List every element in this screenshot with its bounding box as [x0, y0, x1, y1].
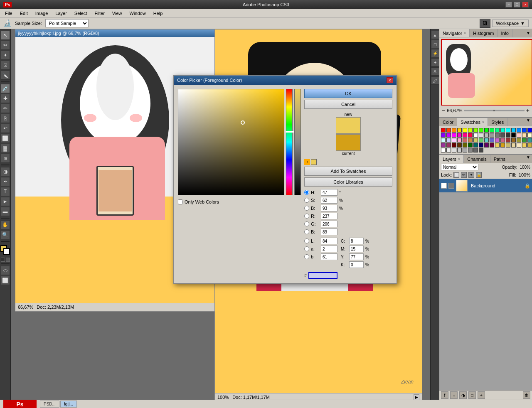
- swatch-73[interactable]: [446, 148, 451, 152]
- swatch-7[interactable]: [479, 128, 483, 133]
- swatch-55[interactable]: [446, 143, 451, 147]
- swatch-52[interactable]: [527, 138, 532, 143]
- swatch-46[interactable]: [495, 138, 500, 143]
- s-input[interactable]: 62: [321, 197, 337, 204]
- tool-magic-wand[interactable]: ✦: [1, 51, 10, 60]
- swatch-57[interactable]: [457, 143, 462, 147]
- r-radio[interactable]: [304, 214, 309, 219]
- g-input[interactable]: 206: [321, 221, 337, 227]
- new-layer-button[interactable]: +: [478, 391, 485, 399]
- only-web-colors-checkbox[interactable]: [178, 199, 183, 204]
- tool-crop[interactable]: ⊡: [1, 61, 10, 70]
- tool-gradient[interactable]: ▓: [1, 144, 10, 153]
- swatch-33[interactable]: [522, 133, 527, 138]
- right-icon-5[interactable]: A: [431, 67, 439, 76]
- swatch-39[interactable]: [457, 138, 462, 143]
- swatch-44[interactable]: [484, 138, 489, 143]
- swatch-25[interactable]: [479, 133, 483, 138]
- tool-lasso[interactable]: ✂: [1, 41, 10, 50]
- swatch-26[interactable]: [484, 133, 489, 138]
- blend-mode-select[interactable]: Normal: [441, 164, 478, 170]
- layer-eye-button[interactable]: ●: [441, 183, 447, 189]
- swatch-77[interactable]: [468, 148, 473, 152]
- swatch-48[interactable]: [506, 138, 510, 143]
- right-icon-4[interactable]: ✦: [431, 58, 439, 66]
- swatch-21[interactable]: [457, 133, 462, 138]
- swatch-18[interactable]: [441, 133, 446, 138]
- swatch-67[interactable]: [511, 143, 516, 147]
- workspace-icon-button[interactable]: 🖼: [480, 19, 490, 28]
- a-radio[interactable]: [304, 246, 309, 251]
- swatch-22[interactable]: [463, 133, 467, 138]
- swatch-1[interactable]: [446, 128, 451, 133]
- ok-button[interactable]: OK: [304, 89, 392, 98]
- swatch-31[interactable]: [511, 133, 516, 138]
- swatch-14[interactable]: [517, 128, 521, 133]
- layer-group-button[interactable]: □: [468, 391, 476, 399]
- h-input[interactable]: 47: [321, 189, 337, 196]
- menu-filter[interactable]: Filter: [91, 10, 108, 17]
- s-radio[interactable]: [304, 198, 309, 203]
- layer-link-button[interactable]: [448, 183, 454, 189]
- menu-edit[interactable]: Edit: [17, 10, 31, 17]
- swatch-13[interactable]: [511, 128, 516, 133]
- tool-dodge[interactable]: ◑: [1, 167, 10, 176]
- tab-channels[interactable]: Channels: [464, 155, 490, 163]
- window-controls[interactable]: − □ ×: [505, 2, 529, 7]
- tool-healing-brush[interactable]: ✚: [1, 94, 10, 103]
- swatch-16[interactable]: [527, 128, 532, 133]
- b3-radio[interactable]: [304, 254, 309, 259]
- swatch-54[interactable]: [441, 143, 446, 147]
- c-input[interactable]: 8: [349, 238, 364, 244]
- tool-history-brush[interactable]: ↶: [1, 124, 10, 133]
- adjustment-layer-button[interactable]: ◑: [459, 391, 467, 399]
- swatch-69[interactable]: [522, 143, 527, 147]
- layers-panel-options[interactable]: ▼: [525, 155, 532, 163]
- swatch-40[interactable]: [463, 138, 467, 143]
- color-gradient-picker[interactable]: [178, 89, 284, 195]
- cancel-button[interactable]: Cancel: [304, 100, 392, 109]
- minimize-button[interactable]: −: [505, 2, 512, 7]
- menu-select[interactable]: Select: [71, 10, 91, 17]
- alpha-slider[interactable]: [294, 89, 301, 195]
- swatch-29[interactable]: [500, 133, 505, 138]
- g-radio[interactable]: [304, 221, 309, 226]
- b3-input[interactable]: 61: [321, 253, 337, 260]
- menu-window[interactable]: Window: [126, 10, 149, 17]
- swatch-50[interactable]: [517, 138, 521, 143]
- zoom-slider[interactable]: [464, 110, 525, 111]
- swatch-42[interactable]: [473, 138, 478, 143]
- lock-transparent-button[interactable]: ⬜: [453, 172, 459, 178]
- swatch-45[interactable]: [490, 138, 494, 143]
- tool-pen[interactable]: ✒: [1, 177, 10, 186]
- hex-input[interactable]: edce59: [308, 272, 337, 279]
- right-icon-2[interactable]: ◻: [431, 40, 439, 48]
- tool-shape[interactable]: ▬: [1, 207, 10, 216]
- tab-swatches[interactable]: Swatches ×: [457, 118, 488, 126]
- swatch-43[interactable]: [479, 138, 483, 143]
- taskbar-doc1[interactable]: PSD...: [40, 401, 59, 408]
- swatch-28[interactable]: [495, 133, 500, 138]
- zoom-in-button[interactable]: +: [526, 107, 530, 114]
- k-input[interactable]: 0: [349, 261, 364, 268]
- right-icon-3[interactable]: ⚡: [431, 49, 439, 57]
- swatch-12[interactable]: [506, 128, 510, 133]
- swatch-15[interactable]: [522, 128, 527, 133]
- background-color[interactable]: [3, 248, 10, 255]
- screen-mode-button[interactable]: ⬜: [1, 276, 10, 285]
- swatch-9[interactable]: [490, 128, 494, 133]
- swatch-30[interactable]: [506, 133, 510, 138]
- tool-eyedropper[interactable]: 💉: [1, 84, 10, 93]
- swatch-79[interactable]: [479, 148, 483, 152]
- swatch-49[interactable]: [511, 138, 516, 143]
- swatch-68[interactable]: [517, 143, 521, 147]
- dialog-title-bar[interactable]: Color Picker (Foreground Color) ×: [174, 76, 397, 85]
- lock-all-button[interactable]: 🔒: [476, 172, 482, 178]
- swatch-23[interactable]: [468, 133, 473, 138]
- tab-styles[interactable]: Styles: [488, 118, 507, 126]
- swatch-70[interactable]: [527, 143, 532, 147]
- l-radio[interactable]: [304, 238, 309, 243]
- swatch-6[interactable]: [473, 128, 478, 133]
- swatch-78[interactable]: [473, 148, 478, 152]
- swatch-4[interactable]: [463, 128, 467, 133]
